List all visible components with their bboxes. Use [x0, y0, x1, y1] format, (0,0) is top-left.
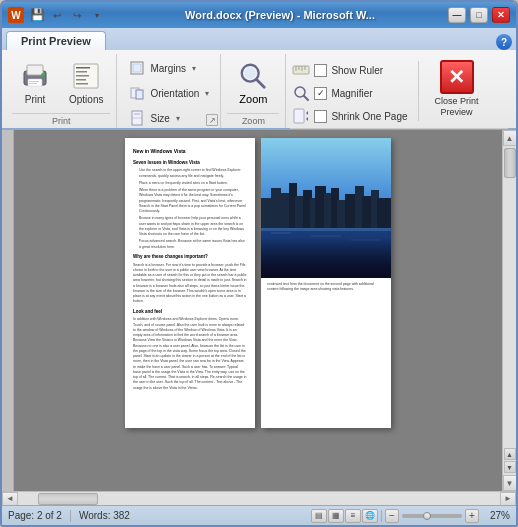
svg-rect-29 — [294, 109, 304, 123]
view-read-button[interactable]: ≡ — [345, 509, 361, 523]
document-area: New in Windows Vista Seven Issues in Win… — [2, 130, 516, 491]
shrink-one-page-checkbox[interactable] — [314, 110, 327, 123]
svg-rect-15 — [136, 90, 143, 99]
page-setup-buttons: Margins ▾ Orientation ▾ — [123, 56, 214, 130]
svg-rect-22 — [293, 66, 309, 74]
view-buttons: ▤ ▦ ≡ 🌐 — [311, 509, 378, 523]
show-ruler-label: Show Ruler — [331, 65, 383, 76]
ribbon-group-zoom: Zoom Zoom — [221, 54, 286, 128]
preview-checkboxes: Show Ruler ✓ Magnifier — [290, 56, 409, 126]
zoom-controls: ▤ ▦ ≡ 🌐 − + 27% — [311, 509, 510, 523]
quick-undo-btn[interactable]: ↩ — [48, 7, 66, 23]
view-normal-button[interactable]: ▤ — [311, 509, 327, 523]
window-title: Word.docx (Preview) - Microsoft W... — [116, 9, 444, 21]
shrink-one-page-row[interactable]: Shrink One Page — [290, 106, 409, 126]
minimize-button[interactable]: — — [448, 7, 466, 23]
close-print-preview-button[interactable]: ✕ Close Print Preview — [427, 56, 487, 122]
orientation-label: Orientation — [150, 88, 199, 99]
ribbon-group-page-setup: Margins ▾ Orientation ▾ — [117, 54, 221, 128]
margins-button[interactable]: Margins ▾ — [123, 56, 214, 80]
show-ruler-checkbox[interactable] — [314, 64, 327, 77]
view-layout-button[interactable]: ▦ — [328, 509, 344, 523]
page-setup-expand-button[interactable]: ↗ — [206, 114, 218, 126]
show-ruler-row[interactable]: Show Ruler — [290, 60, 409, 80]
options-button-label: Options — [69, 94, 103, 105]
word-count-text: Words: 382 — [79, 510, 130, 521]
margins-arrow: ▾ — [192, 64, 196, 73]
size-button[interactable]: Size ▾ — [123, 106, 214, 130]
close-print-preview-icon: ✕ — [440, 60, 474, 94]
vertical-ruler — [2, 130, 14, 491]
h-scroll-thumb[interactable] — [38, 493, 98, 505]
scroll-thumb[interactable] — [504, 148, 516, 178]
svg-rect-1 — [27, 65, 43, 75]
svg-rect-2 — [28, 79, 42, 86]
tab-print-preview[interactable]: Print Preview — [6, 31, 106, 50]
page2-image — [261, 138, 391, 278]
shrink-one-page-label: Shrink One Page — [331, 111, 407, 122]
zoom-group-label: Zoom — [227, 113, 279, 128]
zoom-slider[interactable] — [402, 514, 462, 518]
maximize-button[interactable]: □ — [470, 7, 488, 23]
h-scroll-left-button[interactable]: ◄ — [2, 492, 18, 506]
zoom-icon — [236, 59, 270, 93]
svg-rect-17 — [134, 113, 140, 115]
title-bar: W 💾 ↩ ↪ ▾ Word.docx (Preview) - Microsof… — [2, 2, 516, 28]
magnifier-icon-small — [292, 84, 310, 102]
word-count: Words: 382 — [79, 510, 130, 521]
magnifier-checkbox[interactable]: ✓ — [314, 87, 327, 100]
scroll-up-button[interactable]: ▲ — [503, 130, 517, 146]
page1-subheading3: Look and feel — [133, 309, 247, 316]
ribbon-group-preview: Show Ruler ✓ Magnifier — [286, 54, 512, 128]
magnifier-label: Magnifier — [331, 88, 372, 99]
svg-rect-10 — [76, 79, 86, 81]
svg-rect-9 — [76, 75, 89, 77]
shrink-icon — [292, 107, 310, 125]
zoom-button[interactable]: Zoom — [227, 56, 279, 108]
svg-line-28 — [304, 96, 308, 100]
document-scroll-area[interactable]: New in Windows Vista Seven Issues in Win… — [14, 130, 502, 491]
zoom-slider-thumb[interactable] — [423, 512, 431, 520]
page-info-text: Page: 2 of 2 — [8, 510, 62, 521]
margins-icon — [128, 59, 146, 77]
svg-rect-48 — [261, 228, 391, 231]
orientation-button[interactable]: Orientation ▾ — [123, 81, 214, 105]
scroll-up-small-button[interactable]: ▲ — [504, 448, 516, 460]
ribbon-divider — [418, 61, 419, 121]
scroll-track[interactable] — [503, 146, 517, 446]
svg-rect-47 — [377, 198, 391, 228]
app-icon: W — [8, 7, 24, 23]
svg-rect-11 — [76, 83, 88, 85]
svg-point-3 — [41, 73, 45, 77]
print-button[interactable]: Print — [12, 56, 58, 109]
close-button[interactable]: ✕ — [492, 7, 510, 23]
zoom-button-label: Zoom — [239, 93, 267, 105]
h-scroll-right-button[interactable]: ► — [500, 492, 516, 506]
print-icon — [19, 60, 51, 92]
svg-rect-8 — [76, 71, 87, 73]
document-page-1: New in Windows Vista Seven Issues in Win… — [125, 138, 255, 428]
zoom-in-button[interactable]: + — [465, 509, 479, 523]
page1-subheading2: Why are these changes important? — [133, 254, 247, 261]
options-button[interactable]: Options — [62, 56, 110, 109]
page1-heading: New in Windows Vista — [133, 148, 247, 156]
magnifier-row[interactable]: ✓ Magnifier — [290, 83, 409, 103]
page-info: Page: 2 of 2 — [8, 510, 62, 521]
scroll-down-small-button[interactable]: ▼ — [504, 461, 516, 473]
orientation-arrow: ▾ — [205, 89, 209, 98]
ribbon-group-print: Print Options — [6, 54, 117, 128]
h-scroll-track[interactable] — [18, 492, 500, 506]
quick-redo-btn[interactable]: ↪ — [68, 7, 86, 23]
help-button[interactable]: ? — [496, 34, 512, 50]
view-web-button[interactable]: 🌐 — [362, 509, 378, 523]
size-arrow: ▾ — [176, 114, 180, 123]
zoom-out-button[interactable]: − — [385, 509, 399, 523]
ribbon: Print Options — [2, 50, 516, 130]
scroll-down-button[interactable]: ▼ — [503, 475, 517, 491]
vertical-scrollbar[interactable]: ▲ ▲ ▼ ▼ — [502, 130, 516, 491]
quick-dropdown-btn[interactable]: ▾ — [88, 7, 106, 23]
print-group-label: Print — [12, 113, 110, 128]
quick-save-btn[interactable]: 💾 — [28, 7, 46, 23]
ruler-icon — [292, 61, 310, 79]
orientation-icon — [128, 84, 146, 102]
